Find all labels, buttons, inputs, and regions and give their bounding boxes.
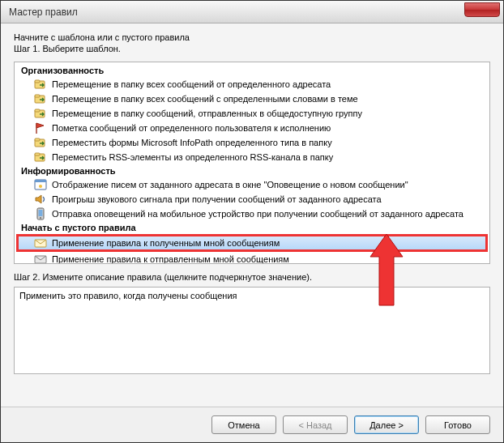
step2-label: Шаг 2. Измените описание правила (щелкни… — [14, 272, 490, 282]
list-item[interactable]: Перемещение в папку всех сообщений от оп… — [16, 77, 488, 92]
svg-rect-11 — [35, 180, 46, 182]
sound-icon — [34, 193, 47, 206]
list-item-selected[interactable]: Применение правила к полученным мной соо… — [16, 234, 488, 252]
next-button[interactable]: Далее > — [354, 415, 419, 434]
svg-rect-3 — [35, 95, 40, 97]
svg-rect-9 — [35, 153, 40, 155]
list-item-label: Отправка оповещений на мобильное устройс… — [52, 209, 463, 219]
list-item[interactable]: Пометка сообщений от определенного польз… — [16, 121, 488, 135]
list-item-label: Перемещение в папку всех сообщений с опр… — [52, 94, 358, 104]
list-item-label: Перемещение в папку сообщений, отправлен… — [52, 109, 362, 118]
svg-point-12 — [39, 185, 42, 188]
svg-rect-5 — [35, 109, 40, 112]
close-button[interactable] — [464, 2, 500, 17]
mail-out-icon — [34, 253, 47, 264]
folder-move-icon — [34, 136, 47, 149]
folder-move-icon — [34, 151, 47, 164]
folder-move-icon — [34, 107, 47, 120]
dialog-window: Мастер правил Начните с шаблона или с пу… — [1, 1, 503, 442]
finish-button[interactable]: Готово — [425, 415, 490, 434]
list-item-label: Переместить формы Microsoft InfoPath опр… — [52, 138, 332, 147]
group-header-blank: Начать с пустого правила — [16, 221, 488, 234]
rule-description-panel[interactable]: Применить это правило, когда получены со… — [14, 287, 490, 374]
svg-point-15 — [40, 217, 41, 219]
rule-description-text: Применить это правило, когда получены со… — [19, 291, 485, 300]
intro-text: Начните с шаблона или с пустого правила … — [14, 32, 490, 55]
list-item[interactable]: Отображение писем от заданного адресата … — [16, 177, 488, 192]
window-title: Мастер правил — [9, 6, 78, 18]
folder-move-icon — [34, 92, 47, 105]
list-item[interactable]: Применение правила к отправленным мной с… — [16, 252, 488, 264]
list-item-label: Отображение писем от заданного адресата … — [52, 180, 408, 190]
list-item-label: Пометка сообщений от определенного польз… — [52, 123, 331, 133]
alert-window-icon — [34, 178, 47, 191]
list-item[interactable]: Перемещение в папку всех сообщений с опр… — [16, 92, 488, 106]
svg-rect-7 — [35, 138, 40, 141]
list-item-label: Переместить RSS-элементы из определенног… — [52, 152, 333, 162]
list-item[interactable]: Переместить формы Microsoft InfoPath опр… — [16, 135, 488, 150]
mobile-icon — [34, 207, 47, 220]
list-item[interactable]: Переместить RSS-элементы из определенног… — [16, 150, 488, 164]
intro-line1: Начните с шаблона или с пустого правила — [14, 32, 490, 43]
svg-rect-1 — [35, 80, 40, 83]
flag-icon — [34, 121, 47, 134]
group-header-inform: Информированность — [16, 164, 488, 177]
list-item-label: Проигрыш звукового сигнала при получении… — [52, 194, 382, 204]
list-item[interactable]: Проигрыш звукового сигнала при получении… — [16, 192, 488, 207]
list-item[interactable]: Отправка оповещений на мобильное устройс… — [16, 207, 488, 221]
list-item[interactable]: Перемещение в папку сообщений, отправлен… — [16, 106, 488, 121]
titlebar: Мастер правил — [1, 1, 503, 23]
back-button[interactable]: < Назад — [283, 415, 348, 434]
list-item-label: Применение правила к отправленным мной с… — [52, 254, 289, 264]
list-item-label: Перемещение в папку всех сообщений от оп… — [52, 79, 331, 89]
svg-rect-14 — [39, 210, 43, 216]
template-list[interactable]: Организованность Перемещение в папку все… — [14, 62, 490, 264]
mail-in-icon — [34, 236, 47, 249]
cancel-button[interactable]: Отмена — [211, 415, 276, 434]
dialog-content: Начните с шаблона или с пустого правила … — [1, 23, 503, 407]
intro-line2: Шаг 1. Выберите шаблон. — [14, 43, 490, 54]
list-item-label: Применение правила к полученным мной соо… — [52, 238, 280, 248]
folder-move-icon — [34, 78, 47, 91]
group-header-organization: Организованность — [16, 64, 488, 77]
button-row: Отмена < Назад Далее > Готово — [1, 407, 503, 442]
